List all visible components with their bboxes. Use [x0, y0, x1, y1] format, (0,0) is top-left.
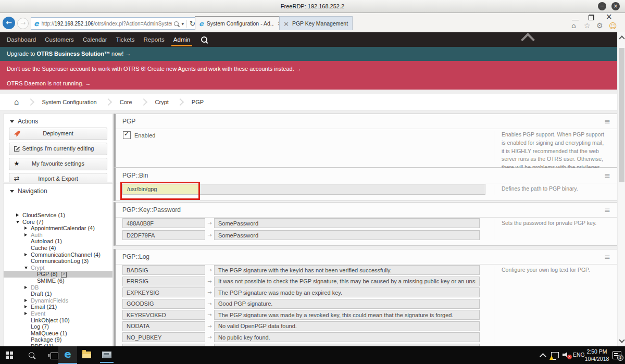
network-icon[interactable] — [551, 352, 559, 358]
dropdown-icon[interactable]: ▼ — [181, 22, 184, 26]
pgp-bin-input[interactable]: /usr/bin/gpg — [122, 184, 485, 195]
log-key-input[interactable] — [122, 310, 205, 320]
browser-forward-button[interactable]: → — [17, 18, 29, 29]
search-icon[interactable] — [201, 36, 207, 43]
tree-item-db[interactable]: DB — [4, 284, 113, 291]
log-text-input[interactable] — [214, 321, 480, 331]
taskbar-ie-button[interactable]: e — [58, 346, 77, 364]
tree-item-communicationlog[interactable]: CommunicationLog (3) — [4, 258, 113, 265]
rdp-minimize-button[interactable]: − — [598, 2, 606, 10]
tree-item-log[interactable]: Log (7) — [4, 323, 113, 330]
scroll-down-icon[interactable] — [619, 337, 624, 343]
log-key-input[interactable] — [122, 332, 205, 342]
menu-icon[interactable]: ≡ — [604, 168, 610, 183]
address-bar[interactable]: e http://192.168.252.106/otrs/index.pl?A… — [31, 17, 198, 30]
password-input[interactable] — [214, 218, 480, 228]
navigation-header[interactable]: Navigation — [4, 184, 113, 197]
tree-item-event[interactable]: Event — [4, 310, 113, 317]
daemon-warning[interactable]: OTRS Daemon is not running. → — [7, 80, 91, 86]
breadcrumb-pgp[interactable]: PGP — [192, 99, 204, 105]
tree-item-crypt[interactable]: Crypt — [4, 265, 113, 271]
log-key-input[interactable] — [122, 265, 205, 275]
external-link-icon[interactable]: ↗ — [61, 272, 67, 278]
menu-icon[interactable]: ≡ — [604, 114, 610, 129]
upgrade-banner[interactable]: Upgrade to OTRS Business Solution™ now! … — [0, 47, 624, 61]
actions-header[interactable]: Actions — [4, 114, 113, 128]
taskbar-search-icon[interactable] — [29, 352, 34, 358]
tree-item-email[interactable]: Email (21) — [4, 304, 113, 310]
browser-back-button[interactable]: ← — [3, 17, 15, 29]
nav-calendar[interactable]: Calendar — [83, 36, 107, 43]
volume-muted-icon[interactable]: × — [562, 352, 570, 358]
log-text-input[interactable] — [214, 265, 480, 275]
log-text-input[interactable] — [214, 277, 480, 286]
window-minimize-button[interactable] — [572, 16, 579, 20]
window-restore-button[interactable] — [589, 15, 594, 20]
deployment-button[interactable]: Deployment — [9, 128, 107, 140]
currently-editing-button[interactable]: Settings I'm currently editing — [9, 143, 107, 155]
favorites-star-icon[interactable]: ☆ — [584, 21, 591, 30]
file-explorer-button[interactable] — [82, 352, 91, 358]
language-indicator[interactable]: ENG — [573, 352, 585, 358]
key-id-input[interactable] — [122, 218, 205, 228]
settings-gear-icon[interactable]: ⚙ — [596, 21, 603, 30]
favourite-settings-button[interactable]: ★ My favourite settings — [9, 158, 107, 170]
key-id-input[interactable] — [122, 230, 205, 240]
tree-item-autoload[interactable]: Autoload (1) — [4, 238, 113, 245]
tree-item-cache[interactable]: Cache (4) — [4, 245, 113, 252]
scrollbar[interactable] — [617, 32, 625, 346]
log-text-input[interactable] — [214, 310, 480, 320]
tree-item-smime[interactable]: SMIME (6) — [4, 278, 113, 284]
import-export-button[interactable]: ⇄ Import & Export — [9, 173, 107, 182]
server-manager-button[interactable] — [102, 352, 111, 358]
search-icon[interactable] — [174, 21, 179, 26]
home-icon[interactable]: ⌂ — [571, 21, 576, 30]
log-text-input[interactable] — [214, 332, 480, 342]
breadcrumb-crypt[interactable]: Crypt — [155, 99, 169, 105]
log-row-keyrevoked: → — [122, 310, 480, 320]
tree-item-auth[interactable]: Auth — [4, 232, 113, 239]
enabled-checkbox[interactable]: ✓ — [123, 131, 131, 139]
log-key-input[interactable] — [122, 299, 205, 309]
nav-tickets[interactable]: Tickets — [116, 36, 135, 43]
task-view-icon[interactable] — [51, 353, 58, 359]
clock[interactable]: 2:50 PM10/4/2018 — [584, 348, 609, 362]
breadcrumb-system-configuration[interactable]: System Configuration — [42, 99, 97, 105]
tree-item-communicationchannel[interactable]: CommunicationChannel (4) — [4, 252, 113, 258]
action-center-button[interactable]: 1 — [612, 351, 621, 359]
log-key-input[interactable] — [122, 287, 205, 297]
log-text-input[interactable] — [214, 299, 480, 309]
log-text-input[interactable] — [214, 287, 480, 297]
tree-item-linkobject[interactable]: LinkObject (10) — [4, 317, 113, 324]
smiley-icon[interactable]: ☺ — [609, 21, 617, 31]
window-close-button[interactable]: × — [606, 12, 612, 21]
tab-pgp-key-management[interactable]: × PGP Key Management - Admi... — [279, 16, 353, 30]
scroll-up-icon[interactable] — [619, 35, 624, 41]
home-icon[interactable]: ⌂ — [14, 97, 19, 107]
nav-customers[interactable]: Customers — [45, 36, 74, 43]
password-input[interactable] — [214, 230, 480, 240]
menu-icon[interactable]: ≡ — [604, 203, 610, 217]
tree-item-dynamicfields[interactable]: DynamicFields — [4, 297, 113, 304]
tab-system-configuration[interactable]: e System Configuration - Ad... × — [195, 16, 286, 30]
nav-reports[interactable]: Reports — [144, 36, 165, 43]
menu-icon[interactable]: ≡ — [604, 249, 610, 264]
log-key-input[interactable] — [122, 277, 205, 286]
breadcrumb-core[interactable]: Core — [120, 99, 132, 105]
tree-item-cloudservice[interactable]: CloudService (1) — [4, 212, 113, 219]
tree-item-package[interactable]: Package (9) — [4, 336, 113, 343]
scrollbar-thumb[interactable] — [619, 48, 624, 182]
nav-dashboard[interactable]: Dashboard — [7, 36, 36, 43]
tree-item-draft[interactable]: Draft (1) — [4, 291, 113, 297]
rdp-close-button[interactable]: × — [611, 2, 620, 10]
start-button[interactable] — [6, 352, 14, 359]
active-tab-underline — [171, 45, 193, 46]
tree-item-core[interactable]: Core (7) — [4, 219, 113, 225]
log-key-input[interactable] — [122, 321, 205, 331]
tree-item-pgp[interactable]: PGP (8)↗ — [4, 271, 113, 278]
nav-admin[interactable]: Admin — [173, 36, 191, 43]
tree-item-appointmentcalendar[interactable]: AppointmentCalendar (4) — [4, 225, 113, 232]
tray-chevron-up-icon[interactable] — [540, 353, 546, 360]
tree-item-mailqueue[interactable]: MailQueue (1) — [4, 330, 113, 337]
superuser-warning[interactable]: Don't use the Superuser account to work … — [7, 66, 302, 72]
